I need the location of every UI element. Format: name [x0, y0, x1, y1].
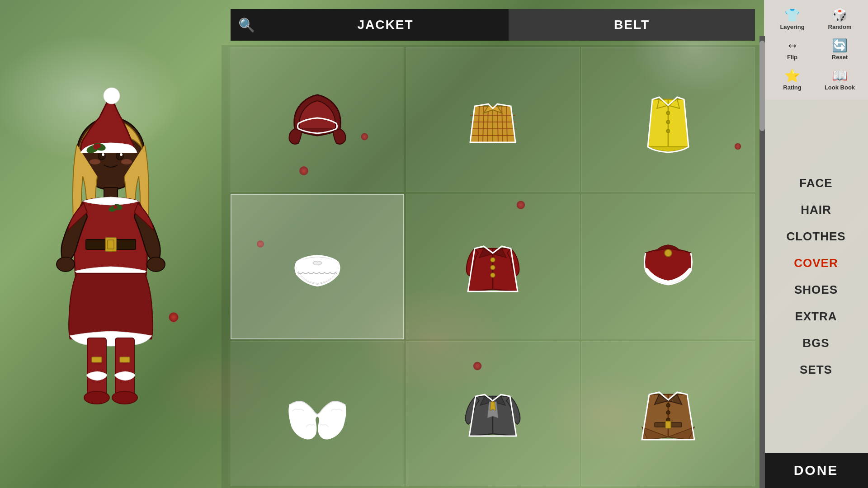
- flip-button[interactable]: ↔ Flip: [769, 35, 816, 65]
- svg-point-39: [666, 129, 670, 133]
- random-button[interactable]: 🎲 Random: [816, 5, 863, 35]
- character-area: [0, 0, 222, 488]
- svg-point-5: [90, 159, 100, 164]
- search-icon: 🔍: [238, 17, 255, 33]
- svg-rect-48: [665, 421, 671, 428]
- scroll-thumb[interactable]: [760, 41, 765, 131]
- item-red-jacket[interactable]: [406, 194, 580, 339]
- svg-point-41: [491, 265, 495, 270]
- nav-face[interactable]: FACE: [764, 170, 868, 197]
- scrollbar[interactable]: [760, 36, 765, 488]
- svg-point-40: [491, 258, 495, 262]
- item-gray-blazer[interactable]: [406, 341, 580, 486]
- character-svg: [34, 86, 188, 425]
- search-bar: 🔍 JACKET BELT: [231, 9, 755, 41]
- reset-label: Reset: [832, 54, 848, 61]
- svg-rect-18: [87, 338, 106, 397]
- nav-extra[interactable]: EXTRA: [764, 303, 868, 330]
- item-yellow-raincoat[interactable]: [581, 47, 755, 192]
- svg-point-37: [666, 111, 670, 115]
- item-white-stole[interactable]: [231, 341, 404, 486]
- nav-sets[interactable]: SETS: [764, 357, 868, 383]
- nav-bgs[interactable]: BGS: [764, 330, 868, 357]
- item-dark-hood[interactable]: [231, 47, 404, 192]
- nav-cover[interactable]: COVER: [764, 250, 868, 277]
- layering-label: Layering: [780, 23, 804, 30]
- random-label: Random: [828, 23, 852, 30]
- svg-point-2: [116, 152, 123, 160]
- layering-icon: 👕: [784, 9, 800, 22]
- rating-icon: ⭐: [784, 70, 800, 82]
- svg-point-43: [665, 249, 672, 257]
- done-label: DONE: [794, 463, 839, 478]
- random-icon: 🎲: [832, 9, 848, 22]
- svg-point-17: [147, 257, 165, 272]
- svg-point-45: [666, 411, 670, 414]
- svg-point-42: [491, 273, 495, 277]
- nav-shoes[interactable]: SHOES: [764, 277, 868, 303]
- svg-point-22: [84, 391, 109, 404]
- svg-point-11: [96, 144, 101, 148]
- tab-belt-label: BELT: [614, 18, 650, 32]
- sidebar: 👕 Layering 🎲 Random ↔ Flip 🔄 Reset ⭐ Rat…: [764, 0, 868, 488]
- done-button[interactable]: DONE: [764, 453, 868, 488]
- layering-button[interactable]: 👕 Layering: [769, 5, 816, 35]
- item-grid: [222, 45, 764, 488]
- search-button[interactable]: 🔍: [231, 9, 262, 41]
- character-figure: [34, 86, 188, 425]
- item-brown-coat[interactable]: [581, 341, 755, 486]
- lookbook-label: Look Book: [825, 84, 855, 91]
- svg-point-3: [102, 153, 104, 156]
- nav-clothes[interactable]: CLOTHES: [764, 223, 868, 250]
- svg-point-4: [120, 153, 123, 156]
- lookbook-button[interactable]: 📖 Look Book: [816, 65, 863, 95]
- lookbook-icon: 📖: [832, 70, 848, 82]
- flip-label: Flip: [787, 54, 797, 61]
- item-white-collar[interactable]: [231, 194, 404, 339]
- rating-button[interactable]: ⭐ Rating: [769, 65, 816, 95]
- svg-point-6: [121, 159, 132, 164]
- svg-point-26: [113, 205, 117, 209]
- svg-rect-19: [115, 338, 134, 397]
- nav-hair[interactable]: HAIR: [764, 197, 868, 223]
- item-red-capelet[interactable]: [581, 194, 755, 339]
- rating-label: Rating: [783, 84, 801, 91]
- svg-point-7: [104, 88, 120, 104]
- svg-point-1: [98, 152, 105, 160]
- nav-menu: FACE HAIR CLOTHES COVER SHOES EXTRA BGS …: [764, 100, 868, 453]
- tab-belt[interactable]: BELT: [509, 9, 755, 41]
- svg-point-16: [57, 257, 75, 272]
- svg-rect-20: [92, 357, 102, 362]
- flip-icon: ↔: [786, 39, 799, 52]
- svg-point-23: [112, 391, 137, 404]
- toolbar: 👕 Layering 🎲 Random ↔ Flip 🔄 Reset ⭐ Rat…: [764, 0, 868, 100]
- tab-jacket-label: JACKET: [357, 18, 413, 32]
- svg-point-38: [666, 120, 670, 124]
- svg-point-44: [666, 404, 670, 407]
- reset-button[interactable]: 🔄 Reset: [816, 35, 863, 65]
- tab-jacket[interactable]: JACKET: [262, 9, 509, 41]
- reset-icon: 🔄: [832, 39, 848, 52]
- svg-rect-21: [120, 357, 130, 362]
- item-area: 🔍 JACKET BELT: [222, 0, 764, 488]
- item-plaid-jacket[interactable]: [406, 47, 580, 192]
